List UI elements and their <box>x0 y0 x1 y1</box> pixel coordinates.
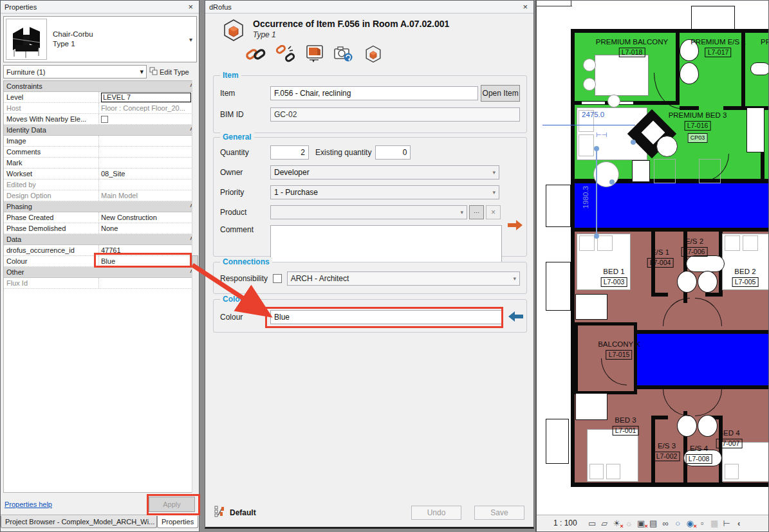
crop-view-icon[interactable]: ▣× <box>635 518 647 528</box>
item-label: Item <box>220 89 270 98</box>
collapse-bar-icon[interactable]: ‹ <box>733 518 745 528</box>
open-item-button[interactable]: Open Item <box>481 85 520 102</box>
dimension-line[interactable] <box>542 125 635 125</box>
wall <box>637 330 769 334</box>
scrollbar[interactable] <box>192 80 198 493</box>
show-crop-region-icon[interactable]: ▤ <box>647 518 660 528</box>
snapshot-camera-icon[interactable] <box>334 45 353 66</box>
link-icon[interactable] <box>245 45 266 66</box>
colour-browse-button[interactable] <box>192 255 198 266</box>
temporary-hide-isolate-icon[interactable]: ∞ <box>660 518 672 528</box>
room-label-es2: E/S 2 L7-006 <box>681 237 708 257</box>
parameter-row[interactable]: Phase CreatedNew Construction <box>4 212 196 223</box>
reveal-constraints-icon[interactable]: ⊢ <box>721 518 733 528</box>
detail-level-icon[interactable]: ▭ <box>586 518 598 528</box>
tab-project-browser[interactable]: Project Browser - Complex_Model_ARCH_Wi.… <box>1 516 157 528</box>
parameter-row: Flux Id <box>4 278 196 289</box>
temporary-view-properties-icon[interactable]: ▫ <box>696 518 709 528</box>
sun-path-icon[interactable]: ☀× <box>611 518 623 528</box>
analytical-model-icon[interactable]: ▦ <box>709 518 721 528</box>
priority-select[interactable]: 1 - Purchase ▾ <box>270 185 499 199</box>
quantity-input[interactable]: 2 <box>270 145 309 160</box>
room-label-balcony-x: BALCONY X L7-015 <box>598 340 640 360</box>
type-selector[interactable]: Furniture (1) ▾ <box>3 65 147 78</box>
parameter-row[interactable]: Image <box>4 136 196 147</box>
pull-from-revit-arrow-icon[interactable] <box>508 311 523 324</box>
reveal-hidden-elements-icon[interactable]: ○ <box>672 518 684 528</box>
plan-view[interactable]: 2475.0 ⊢⊣ 1980.3 PREMIUM BALCONY L7-018 … <box>535 0 769 532</box>
toilet <box>698 415 718 437</box>
undo-button[interactable]: Undo <box>411 506 461 520</box>
window-gap <box>582 102 605 104</box>
wall <box>571 482 769 487</box>
close-icon[interactable]: × <box>521 1 530 13</box>
item-input[interactable]: F.056 - Chair, reclining <box>270 86 478 100</box>
view-scale[interactable]: 1 : 100 <box>553 518 577 527</box>
product-browse-button[interactable]: ··· <box>469 205 484 219</box>
chevron-down-icon: ▾ <box>492 169 496 176</box>
checkbox[interactable] <box>101 116 108 123</box>
dimension-grip[interactable] <box>594 146 599 151</box>
parameter-row[interactable]: Moves With Nearby Ele... <box>4 114 196 125</box>
corridor-fill-lower <box>637 334 769 385</box>
chair <box>607 95 620 107</box>
wall <box>651 416 668 419</box>
selection-grip[interactable] <box>609 179 615 185</box>
selection-grip[interactable] <box>631 140 636 145</box>
wardrobe <box>575 294 607 320</box>
pillow <box>589 464 604 479</box>
owner-select[interactable]: Developer ▾ <box>270 165 499 179</box>
existing-quantity-input[interactable]: 0 <box>375 145 411 160</box>
parameter-row: Design OptionMain Model <box>4 190 196 201</box>
wall <box>571 29 575 487</box>
wall <box>680 106 699 110</box>
wall <box>651 293 668 297</box>
tab-properties[interactable]: Properties <box>157 516 198 528</box>
dimension-grip[interactable] <box>594 234 599 239</box>
chair <box>583 59 596 71</box>
group-header[interactable]: Identity Data^ <box>4 125 196 136</box>
wall <box>575 228 769 232</box>
edit-type-button[interactable]: Edit Type <box>147 65 197 78</box>
close-icon[interactable]: × <box>186 1 195 13</box>
chair-outline <box>654 159 676 183</box>
parameter-row[interactable]: Phase DemolishedNone <box>4 223 196 234</box>
wardrobe <box>575 393 607 420</box>
product-clear-button[interactable]: × <box>486 205 501 219</box>
shadows-icon[interactable]: ☼ <box>623 518 635 528</box>
show-in-model-icon[interactable] <box>306 44 324 66</box>
group-header[interactable]: Phasing^ <box>4 201 196 212</box>
chevron-down-icon[interactable]: ▾ <box>189 36 196 43</box>
table <box>595 55 649 96</box>
drofus-titlebar[interactable]: dRofus × <box>205 1 533 14</box>
group-header[interactable]: Data^ <box>4 234 196 245</box>
wardrobe <box>746 107 764 152</box>
default-settings-icon[interactable] <box>214 505 226 520</box>
parameter-row[interactable]: Comments <box>4 147 196 158</box>
item-cube-icon[interactable] <box>364 44 383 66</box>
dimension-text[interactable]: 2475.0 <box>582 111 604 118</box>
group-header[interactable]: Other^ <box>4 267 196 278</box>
responsibility-select: ARCH - Architect ▾ <box>287 271 520 286</box>
dimension-text[interactable]: 1980.3 <box>582 186 589 208</box>
type-preview[interactable]: Chair-Corbu Type 1 ▾ <box>3 16 197 62</box>
unlink-icon[interactable] <box>276 45 295 66</box>
visual-style-icon[interactable]: ▱ <box>598 518 611 528</box>
properties-titlebar[interactable]: Properties × <box>1 1 199 14</box>
save-button[interactable]: Save <box>474 506 524 520</box>
parameter-row[interactable]: Workset08_Site <box>4 169 196 179</box>
room-label-bed1: BED 1 L7-003 <box>601 268 627 287</box>
chair-thumbnail-icon <box>6 19 47 60</box>
parameter-row[interactable]: LevelLEVEL 7 <box>4 92 196 103</box>
general-group: General Quantity 2 Existing quantity 0 O… <box>213 137 527 257</box>
responsibility-checkbox[interactable] <box>273 274 282 283</box>
dimension-line-selected[interactable] <box>596 147 597 237</box>
group-header[interactable]: Constraints^ <box>4 81 196 92</box>
parameter-row[interactable]: Mark <box>4 158 196 169</box>
corridor-fill-upper <box>575 183 769 228</box>
product-select[interactable]: ▾ <box>270 205 467 219</box>
push-to-revit-arrow-icon[interactable] <box>508 219 523 234</box>
properties-help-link[interactable]: Properties help <box>5 500 52 508</box>
adjacent-balcony <box>546 185 571 227</box>
worksharing-display-icon[interactable]: ◉× <box>684 518 696 528</box>
